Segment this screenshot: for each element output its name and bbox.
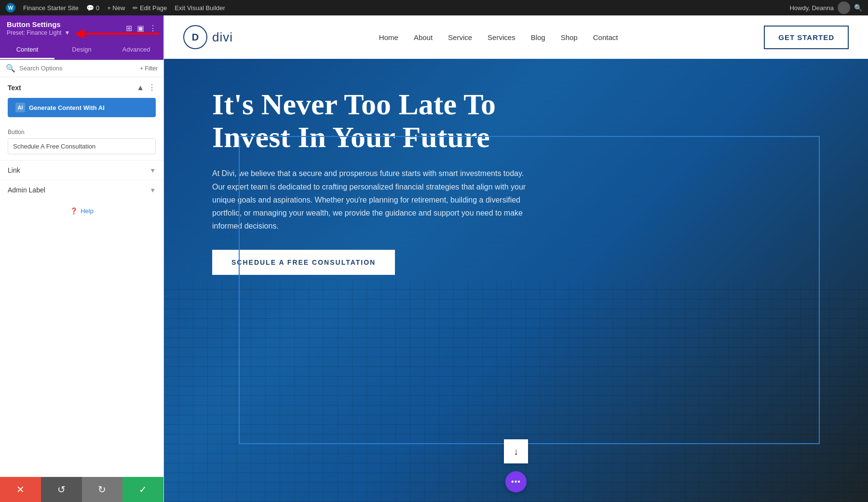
admin-label-section[interactable]: Admin Label ▼ <box>0 180 163 200</box>
search-input[interactable] <box>19 65 136 72</box>
nav-home[interactable]: Home <box>379 33 398 41</box>
nav-shop[interactable]: Shop <box>561 33 578 41</box>
button-label: Button <box>8 129 156 136</box>
button-text-input[interactable] <box>8 138 156 154</box>
main-layout: Button Settings Preset: Finance Light ▼ … <box>0 15 868 502</box>
wp-admin-bar: W Finance Starter Site 💬 0 + New ✏ Edit … <box>0 0 868 15</box>
help-icon: ❓ <box>70 207 78 215</box>
hero-title-line2: Invest In Your Future <box>212 121 490 153</box>
nav-services[interactable]: Services <box>488 33 515 41</box>
help-label: Help <box>81 207 94 215</box>
divi-dots-menu-button[interactable]: ••• <box>505 471 527 492</box>
logo-text: divi <box>212 30 233 45</box>
new-button[interactable]: + New <box>107 4 125 12</box>
sidebar-content: Text ▲ ⋮ AI Generate Content With AI But… <box>0 77 163 502</box>
undo-button[interactable]: ↺ <box>41 477 82 502</box>
site-preview: D divi Home About Service Services Blog … <box>164 15 868 502</box>
generate-ai-button[interactable]: AI Generate Content With AI <box>8 98 156 117</box>
hero-cta-button[interactable]: SCHEDULE A FREE CONSULTATION <box>212 250 395 275</box>
admin-label-chevron-icon: ▼ <box>149 187 156 194</box>
section-menu-icon[interactable]: ⋮ <box>148 83 156 92</box>
preset-text: Preset: Finance Light <box>7 29 61 36</box>
site-name[interactable]: Finance Starter Site <box>23 4 79 12</box>
hero-section: It's Never Too Late To Invest In Your Fu… <box>164 59 868 502</box>
redo-button[interactable]: ↻ <box>82 477 123 502</box>
comment-icon: 💬 <box>86 4 94 12</box>
nav-about[interactable]: About <box>414 33 433 41</box>
hero-title-line1: It's Never Too Late To <box>212 88 496 121</box>
link-chevron-icon: ▼ <box>149 167 156 174</box>
search-bar: 🔍 + Filter <box>0 60 163 77</box>
hero-description: At Divi, we believe that a secure and pr… <box>212 167 535 232</box>
ai-icon: AI <box>15 103 25 112</box>
site-navigation: D divi Home About Service Services Blog … <box>164 15 868 59</box>
sidebar-actions: ✕ ↺ ↻ ✓ <box>0 477 163 502</box>
scroll-down-button[interactable]: ↓ <box>504 439 528 463</box>
scroll-down-icon: ↓ <box>514 446 518 457</box>
text-section-header: Text ▲ ⋮ <box>0 77 163 96</box>
filter-label: + Filter <box>140 65 158 72</box>
nav-links: Home About Service Services Blog Shop Co… <box>379 33 618 41</box>
logo-letter: D <box>192 32 199 43</box>
logo-circle: D <box>183 25 207 49</box>
red-arrow-annotation <box>75 24 162 45</box>
section-controls: ▲ ⋮ <box>136 83 156 92</box>
site-logo: D divi <box>183 25 233 49</box>
avatar <box>838 1 850 14</box>
collapse-icon[interactable]: ▲ <box>136 83 144 92</box>
filter-button[interactable]: + Filter <box>140 65 158 72</box>
comment-count[interactable]: 💬 0 <box>86 4 99 12</box>
settings-title: Button Settings <box>7 20 70 28</box>
howdy-text: Howdy, Deanna <box>789 4 834 12</box>
nav-service[interactable]: Service <box>448 33 472 41</box>
settings-sidebar: Button Settings Preset: Finance Light ▼ … <box>0 15 164 502</box>
nav-contact[interactable]: Contact <box>593 33 618 41</box>
user-menu[interactable]: Howdy, Deanna 🔍 <box>789 1 862 14</box>
text-section-title: Text <box>8 84 21 92</box>
edit-page-link[interactable]: ✏ Edit Page <box>133 4 167 12</box>
wp-logo-icon: W <box>6 3 15 13</box>
hero-title: It's Never Too Late To Invest In Your Fu… <box>212 88 535 153</box>
button-form-group: Button <box>0 125 163 160</box>
exit-visual-builder-link[interactable]: Exit Visual Builder <box>175 4 225 12</box>
link-section-title: Link <box>8 166 20 174</box>
save-button[interactable]: ✓ <box>122 477 163 502</box>
dots-icon: ••• <box>511 477 521 486</box>
help-section[interactable]: ❓ Help <box>0 200 163 222</box>
title-area: Button Settings Preset: Finance Light ▼ <box>7 20 70 36</box>
search-icon[interactable]: 🔍 <box>854 4 862 12</box>
nav-blog[interactable]: Blog <box>531 33 545 41</box>
search-icon: 🔍 <box>6 64 15 73</box>
ai-button-label: Generate Content With AI <box>29 104 105 111</box>
cancel-button[interactable]: ✕ <box>0 477 41 502</box>
hero-content: It's Never Too Late To Invest In Your Fu… <box>164 59 583 304</box>
svg-marker-1 <box>75 29 84 39</box>
preset-line: Preset: Finance Light ▼ <box>7 29 70 36</box>
tab-content[interactable]: Content <box>0 41 54 59</box>
preset-arrow-icon[interactable]: ▼ <box>64 29 70 36</box>
admin-label-title: Admin Label <box>8 186 45 194</box>
link-section[interactable]: Link ▼ <box>0 160 163 180</box>
get-started-button[interactable]: GET STARTED <box>764 26 849 49</box>
